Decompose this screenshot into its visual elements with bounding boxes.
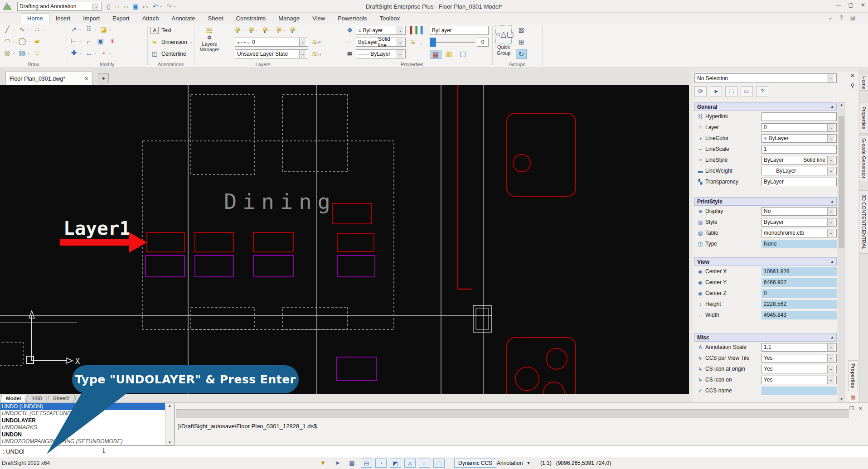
chevron-down-icon[interactable]: ⌄ (827, 229, 834, 237)
scroll-up-icon[interactable]: ▲ (165, 404, 174, 408)
workspace-select[interactable]: Drafting and Annotation ⌄ (17, 2, 102, 11)
close-tab-icon[interactable]: ✕ (84, 76, 88, 82)
menu-tab-export[interactable]: Export (106, 13, 136, 24)
help-icon[interactable]: ? (840, 15, 843, 21)
linecolor-dropdown[interactable]: ○ ByLayer ⌄ (356, 26, 406, 35)
chevron-down-icon[interactable]: ⌄ (255, 29, 258, 32)
purple-table-rect[interactable] (336, 357, 376, 381)
chevron-down-icon[interactable]: ⌄ (827, 135, 834, 142)
chevron-down-icon[interactable]: ▼ (526, 461, 530, 465)
display-value[interactable]: No⌄ (761, 207, 837, 216)
printstyle-dropdown[interactable]: ByLayer (430, 26, 489, 35)
etrack-icon[interactable]: ◬ (404, 459, 416, 468)
chevron-down-icon[interactable]: ⌄ (827, 124, 834, 131)
chevron-down-icon[interactable]: ⌄ (27, 28, 30, 31)
red-table-rect[interactable] (338, 233, 374, 251)
chevron-down-icon[interactable]: ⌄ (12, 51, 15, 55)
edit-group-icon[interactable]: ⊞ (516, 37, 527, 47)
line-button[interactable]: ╱⌄ (3, 24, 15, 34)
print-icon[interactable]: ▭ (143, 2, 149, 11)
chevron-down-icon[interactable]: ⌄ (42, 28, 45, 31)
chevron-down-icon[interactable]: ⌄ (12, 28, 15, 31)
help-button[interactable]: ? (756, 86, 768, 97)
fillet-button[interactable]: ⌐ (84, 36, 93, 46)
scroll-up-icon[interactable]: ▲ (838, 103, 845, 107)
printstyle-tool-icon[interactable]: ▍▍▍ (410, 26, 426, 34)
chevron-down-icon[interactable]: ⌄ (12, 39, 15, 43)
menu-tab-attach[interactable]: Attach (136, 13, 165, 24)
linestyle-dropdown[interactable]: ByLayer Solid line ⌄ (356, 38, 406, 47)
layer-previous-icon[interactable]: ≋↶ (312, 38, 321, 46)
open-icon[interactable]: ▱ (115, 2, 120, 11)
transparency-slider[interactable] (430, 38, 475, 47)
command-window-grip[interactable] (176, 409, 849, 418)
new-tab-button[interactable]: + (98, 73, 109, 83)
layer-dropdown[interactable]: ● ⬩ ▪ ○ 0 ⌄ (235, 38, 308, 47)
slider-handle[interactable] (430, 38, 436, 47)
menu-tab-view[interactable]: View (306, 13, 331, 24)
panel-section-general[interactable]: General▲ (694, 102, 837, 111)
chevron-down-icon[interactable]: ⌄ (397, 50, 403, 58)
chevron-down-icon[interactable]: ⌄ (27, 51, 30, 55)
menu-tab-manage[interactable]: Manage (272, 13, 306, 24)
menu-tab-insert[interactable]: Insert (49, 13, 77, 24)
side-tab-home[interactable]: Home (859, 75, 868, 91)
close-icon[interactable]: ✕ (858, 406, 863, 411)
float-window-icon[interactable]: ❐ (849, 406, 854, 411)
menu-tab-sheet[interactable]: Sheet (202, 13, 230, 24)
layer-isolate-button[interactable]: ≋●⌄ (276, 25, 285, 34)
save-icon[interactable]: ▣ (132, 2, 138, 11)
dynamic-ccs-button[interactable]: Dynamic CCS (454, 459, 496, 468)
chevron-down-icon[interactable]: ⌄ (827, 343, 834, 351)
panel-scrollbar[interactable]: ▲ ▼ (838, 102, 845, 401)
linestyle-value[interactable]: ByLayerSolid line⌄ (761, 156, 837, 164)
collapse-icon[interactable]: ▲ (830, 335, 834, 339)
layers-manager-button[interactable]: ≋ ⚙ Layers Manager (198, 25, 221, 52)
minimize-icon[interactable]: — (836, 2, 841, 8)
polyline-button[interactable]: ∿⌄ (18, 24, 30, 34)
panel-section-misc[interactable]: Misc▲ (694, 333, 837, 342)
menu-tab-powertools[interactable]: Powertools (331, 13, 373, 24)
layer-state-dropdown[interactable]: Unsaved Layer State ⌄ (235, 49, 308, 58)
new-document-icon[interactable]: ▯ (107, 2, 111, 11)
ellipse-button[interactable]: ◯⌄ (18, 36, 30, 46)
erase-button[interactable]: ◪⌄ (99, 24, 112, 34)
close-icon[interactable]: ✕ (861, 2, 865, 8)
centerline-button[interactable]: ◫ Centerline (150, 49, 193, 58)
quick-group-label[interactable]: Quick Group (490, 44, 517, 56)
redo-icon[interactable]: ↷ (166, 2, 172, 11)
ccs-icon[interactable]: ⬚ (433, 459, 445, 468)
side-tab-g-code-generator[interactable]: G-code Generator (859, 135, 868, 181)
red-table-rect[interactable] (253, 232, 293, 252)
color-tool-icon[interactable]: ❖ (347, 26, 353, 34)
chevron-down-icon[interactable]: ⌄ (269, 29, 272, 32)
transparency-value[interactable]: ByLayer (761, 178, 837, 186)
entity-snap-note-icon[interactable]: ▢ (460, 50, 466, 58)
menu-tab-annotate[interactable]: Annotate (165, 13, 201, 24)
document-tab[interactable]: Floor Plan_0301.dwg* ✕ (5, 72, 92, 85)
layer-tools-button[interactable]: ≋●⌄ (290, 25, 299, 34)
polar-icon[interactable]: ◔ (375, 459, 387, 468)
scroll-down-icon[interactable]: ▼ (838, 397, 845, 401)
ortho-icon[interactable]: ⊟ (361, 459, 372, 468)
menu-tab-home[interactable]: Home (21, 13, 49, 24)
pattern-button[interactable]: ⠿⌄ (84, 24, 97, 34)
collapse-icon[interactable]: ▲ (830, 199, 834, 203)
layer-value[interactable]: 0⌄ (761, 123, 837, 132)
red-table-rect[interactable] (195, 232, 233, 252)
hyperlink-value[interactable] (761, 112, 837, 121)
panel-section-view[interactable]: View▲ (694, 257, 837, 266)
esnap-icon[interactable]: ◩ (390, 459, 401, 468)
dimension-button[interactable]: ⇻ Dimension ⌄ (150, 37, 193, 47)
undo-icon[interactable]: ↶ (153, 2, 158, 11)
collapse-icon[interactable]: ▲ (830, 260, 834, 264)
chevron-down-icon[interactable]: ⌄ (296, 29, 299, 32)
purple-table-rect[interactable] (338, 256, 375, 277)
stretch-button[interactable]: ↔⌄ (84, 48, 97, 58)
menu-tab-import[interactable]: Import (77, 13, 106, 24)
chevron-down-icon[interactable]: ⌄ (827, 208, 834, 215)
move-button[interactable]: ↗⌄ (69, 24, 82, 34)
linecolor-value[interactable]: ○ ByLayer⌄ (761, 134, 837, 143)
entity-bias-icon[interactable]: ◌ (419, 459, 430, 468)
group-toggle-icon[interactable]: ↻ (516, 49, 527, 59)
